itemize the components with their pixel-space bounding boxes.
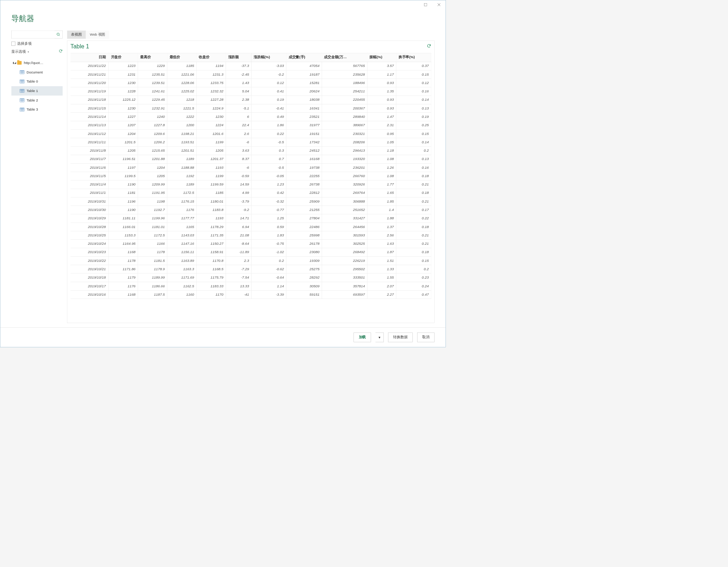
table-row[interactable]: 2019/10/251153.31172.51143.031171.3521.0… (71, 231, 431, 239)
table-cell: 1229 (138, 62, 167, 70)
table-cell: 0.18 (396, 223, 431, 231)
column-header[interactable]: 换手率(%) (396, 53, 431, 61)
refresh-preview-icon[interactable] (427, 44, 431, 49)
table-row[interactable]: 2019/10/281166.011181.0111651178.296.940… (71, 223, 431, 231)
table-cell: 1162.5 (167, 282, 196, 290)
tree-root[interactable]: ▮◢ http://quot… (11, 58, 63, 68)
table-row[interactable]: 2019/10/1811791189.991171.691175.79-7.54… (71, 273, 431, 282)
table-cell: 1.05 (367, 138, 396, 146)
tree-item[interactable]: Table 2 (11, 96, 63, 105)
select-multiple-checkbox[interactable]: 选择多项 (11, 41, 63, 46)
table-cell: 0.47 (396, 290, 431, 299)
close-icon[interactable] (435, 1, 444, 8)
table-row[interactable]: 2019/11/71196.511201.8811891201.378.370.… (71, 155, 431, 163)
column-header[interactable]: 成交金额(万… (322, 53, 367, 61)
table-row[interactable]: 2019/10/241164.9511661147.161150.27-8.64… (71, 239, 431, 248)
column-header[interactable]: 日期 (71, 53, 109, 61)
tree-item[interactable]: Table 3 (11, 105, 63, 114)
table-cell: 0.93 (367, 96, 396, 104)
table-row[interactable]: 2019/11/1312071227.81200122422.41.863197… (71, 121, 431, 129)
table-cell: 3.63 (226, 146, 251, 155)
table-row[interactable]: 2019/11/181225.121229.4512181227.282.380… (71, 96, 431, 104)
table-cell: 0.23 (396, 273, 431, 282)
transform-data-button[interactable]: 转换数据 (388, 332, 412, 342)
table-cell: 5.04 (226, 87, 251, 95)
table-row[interactable]: 2019/11/111201.51206.21193.511199-6-0.51… (71, 138, 431, 146)
display-options-button[interactable]: 显示选项 ▾ (11, 49, 29, 54)
table-cell: 1194 (197, 62, 226, 70)
table-row[interactable]: 2019/11/1912281241.611225.021232.325.040… (71, 87, 431, 95)
tab-web-view[interactable]: Web 视图 (86, 31, 109, 39)
table-row[interactable]: 2019/10/291181.111199.961177.77119314.71… (71, 214, 431, 223)
select-multiple-label: 选择多项 (17, 41, 31, 46)
table-row[interactable]: 2019/11/812051215.651201.5112053.630.324… (71, 146, 431, 155)
cancel-button[interactable]: 取消 (417, 332, 435, 342)
table-row[interactable]: 2019/11/111811191.951172.511854.990.4222… (71, 189, 431, 197)
table-cell: 1178.9 (138, 265, 167, 273)
table-cell: 24512 (286, 146, 322, 155)
tree-item[interactable]: Document (11, 68, 63, 77)
table-row[interactable]: 2019/11/6119712041188.881193-6-0.5197382… (71, 163, 431, 172)
column-header[interactable]: 涨跌幅(%) (252, 53, 286, 61)
table-row[interactable]: 2019/11/1512301232.911221.51224.9-5.1-0.… (71, 104, 431, 112)
table-row[interactable]: 2019/10/1611681187.511601170-41-3.395915… (71, 290, 431, 299)
table-cell: 1200 (167, 121, 196, 129)
table-cell: 1165 (167, 223, 196, 231)
search-box[interactable] (11, 31, 63, 39)
column-header[interactable]: 振幅(%) (367, 53, 396, 61)
load-dropdown-button[interactable]: ▾ (375, 332, 384, 342)
table-row[interactable]: 2019/11/1212041209.61198.211201.62.60.22… (71, 129, 431, 138)
table-cell: 19151 (286, 129, 322, 138)
table-row[interactable]: 2019/10/1711761186.661162.51183.3313.331… (71, 282, 431, 290)
table-cell: 2.56 (367, 231, 396, 239)
column-header[interactable]: 最低价 (167, 53, 196, 61)
table-cell: 266760 (322, 172, 367, 180)
load-button[interactable]: 加载 (353, 332, 371, 342)
refresh-tree-icon[interactable] (59, 49, 63, 54)
column-header[interactable]: 收盘价 (197, 53, 226, 61)
tab-table-view[interactable]: 表视图 (67, 31, 86, 39)
table-row[interactable]: 2019/10/211171.861178.91163.31168.5-7.29… (71, 265, 431, 273)
table-cell: 6 (226, 112, 251, 121)
table-row[interactable]: 2019/10/31119611981176.151180.01-3.79-0.… (71, 197, 431, 205)
column-header[interactable]: 成交量(手) (286, 53, 322, 61)
table-row[interactable]: 2019/11/51199.5120511921199-0.59-0.05222… (71, 172, 431, 180)
checkbox-icon[interactable] (11, 41, 15, 45)
table-row[interactable]: 2019/10/2211781181.51163.891170.82.30.21… (71, 256, 431, 265)
table-cell: 1160 (167, 290, 196, 299)
collapse-icon[interactable]: ▮◢ (13, 61, 16, 64)
table-cell: -5.1 (226, 104, 251, 112)
table-row[interactable]: 2019/11/2112311235.511221.061231.3-2.45-… (71, 70, 431, 79)
table-cell: 1189 (167, 180, 196, 189)
column-header[interactable]: 涨跌额 (226, 53, 251, 61)
table-row[interactable]: 2019/11/14122712401222123060.49235212898… (71, 112, 431, 121)
table-cell: 0.2 (396, 146, 431, 155)
table-row[interactable]: 2019/10/23116811781156.111158.91-11.89-1… (71, 248, 431, 256)
table-cell: 16168 (286, 155, 322, 163)
table-row[interactable]: 2019/11/221223122911851194-37.3-3.034705… (71, 62, 431, 70)
search-icon[interactable] (54, 31, 62, 39)
table-cell: 1163.3 (167, 265, 196, 273)
maximize-icon[interactable] (421, 1, 430, 8)
table-row[interactable]: 2019/10/3011901192.711761183.8-9.2-0.772… (71, 205, 431, 214)
table-cell: 1.25 (252, 214, 286, 223)
tree-item[interactable]: Table 0 (11, 77, 63, 86)
table-cell: 1183.33 (197, 282, 226, 290)
table-cell: 2019/11/5 (71, 172, 109, 180)
column-header[interactable]: 最高价 (138, 53, 167, 61)
table-cell: -0.64 (252, 273, 286, 282)
table-cell: 2019/10/31 (71, 197, 109, 205)
table-cell: 1178 (108, 256, 138, 265)
tree-item[interactable]: Table 1 (11, 86, 63, 96)
table-cell: 254211 (322, 87, 367, 95)
search-input[interactable] (12, 31, 55, 39)
table-row[interactable]: 2019/11/2012301239.511228.061233.751.430… (71, 79, 431, 87)
table-cell: -0.05 (252, 172, 286, 180)
column-header[interactable]: 开盘价 (108, 53, 138, 61)
table-row[interactable]: 2019/11/411901209.9911891199.5914.591.23… (71, 180, 431, 189)
data-table-scroll[interactable]: 日期开盘价最高价最低价收盘价涨跌额涨跌幅(%)成交量(手)成交金额(万…振幅(%… (71, 53, 431, 323)
table-cell: 302525 (322, 239, 367, 248)
table-cell: 0.15 (396, 256, 431, 265)
table-cell: 1190 (108, 205, 138, 214)
table-cell: 0.19 (252, 96, 286, 104)
